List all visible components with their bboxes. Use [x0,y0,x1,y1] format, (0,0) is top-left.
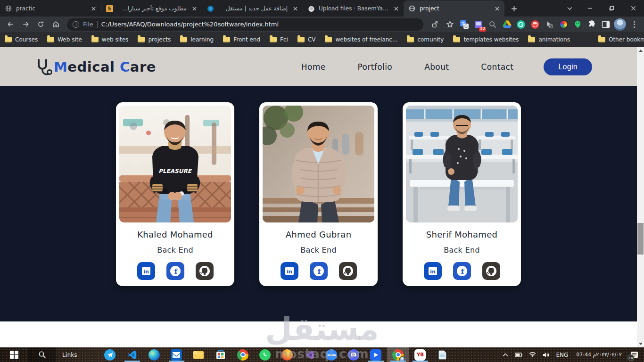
discord-icon[interactable] [343,347,365,362]
page-footer-strip [0,321,637,347]
chrome-icon[interactable] [232,347,254,362]
scrollbar-thumb[interactable] [637,223,644,255]
chevron-down-icon[interactable] [560,0,579,16]
bookmark-animations[interactable]: animations [528,36,570,43]
page-scrollbar[interactable] [637,47,644,347]
battery-icon[interactable] [512,347,526,362]
stethoscope-icon [35,58,52,76]
github-icon[interactable] [482,262,500,280]
back-icon[interactable] [4,18,17,31]
firefox-icon[interactable] [276,347,298,362]
maximize-button[interactable] [601,0,622,16]
address-bar[interactable]: i File C:/Users/AFAQ/Downloads/project%2… [67,18,423,31]
bookmark-web-site[interactable]: Web site [47,36,82,43]
side-panel-icon[interactable] [600,18,612,31]
linkedin-icon[interactable]: in [281,262,298,280]
close-icon[interactable] [291,5,299,12]
linkedin-icon[interactable]: in [137,262,155,280]
bookmark-courses[interactable]: Courses [5,36,38,43]
movies-tv-icon[interactable] [365,347,387,362]
tab-github-upload[interactable]: Upload files · BasemYahia402 [303,0,404,16]
bookmark-learning[interactable]: learning [180,36,214,43]
close-window-button[interactable] [622,0,644,16]
close-icon[interactable] [392,5,400,12]
close-icon[interactable] [493,5,501,12]
bookmark-cv[interactable]: CV [297,36,316,43]
menu-kebab-icon[interactable] [628,18,640,31]
scroll-down-arrow[interactable] [637,340,644,347]
nav-portfolio[interactable]: Portfolio [358,62,393,72]
bookmark-projects[interactable]: projects [138,36,171,43]
tab-car-rental[interactable]: 5 مطلوب موقع تأجير سيارات - اح [101,0,202,16]
other-bookmarks[interactable]: Other bookmarks [598,36,644,43]
zoom-icon[interactable]: zoom [321,347,343,362]
bookmark-web-sites[interactable]: web sites [91,36,129,43]
site-logo[interactable]: Medical Care [35,58,156,76]
ms-store-icon[interactable] [210,347,232,362]
visual-studio-icon[interactable] [298,347,321,362]
extension-with-badge-icon[interactable]: 12 [472,18,485,31]
notepad-icon[interactable] [431,347,454,362]
svg-text:in: in [287,269,292,275]
minimize-button[interactable] [579,0,601,16]
telegram-icon[interactable] [99,347,121,362]
nav-contact[interactable]: Contact [481,62,513,72]
bookmark-comunity[interactable]: comunity [407,36,444,43]
vscode-icon[interactable] [121,347,143,362]
tab-practic[interactable]: practic [0,0,101,16]
tab-mostaql[interactable]: إضافة عمل جديد | مستقل [202,0,303,16]
green-creature-icon[interactable] [571,18,584,31]
github-icon[interactable] [339,262,357,280]
info-icon[interactable]: i [73,21,79,28]
extensions-puzzle-icon[interactable] [586,18,598,31]
forward-icon[interactable] [19,18,32,31]
facebook-icon[interactable]: f [310,262,328,280]
wifi-icon[interactable] [526,347,539,362]
edge-icon[interactable] [143,347,165,362]
chrome-active-icon[interactable] [387,347,409,362]
notification-center-icon[interactable]: ١٥ [627,347,644,362]
yb-app-icon[interactable]: YB [409,347,431,362]
taskbar-search-icon[interactable] [28,347,56,362]
cursor-blocked-icon[interactable] [543,18,555,31]
new-tab-button[interactable] [507,2,520,15]
facebook-icon[interactable]: f [166,262,184,280]
close-icon[interactable] [190,5,198,12]
facebook-icon[interactable]: f [453,262,471,280]
bookmark-templates[interactable]: templates websites [453,36,519,43]
tray-chevron-up-icon[interactable] [499,347,512,362]
login-button[interactable]: Login [544,58,592,75]
bookmark-star-icon[interactable] [443,18,456,31]
google-drive-icon[interactable] [501,18,513,31]
home-icon[interactable] [49,18,62,31]
translate-extension-icon[interactable]: 文G [458,18,471,31]
nav-about[interactable]: About [424,62,449,72]
github-icon[interactable] [196,262,214,280]
mail-icon[interactable] [165,347,188,362]
grammarly-icon[interactable] [515,18,527,31]
scroll-up-arrow[interactable] [637,47,644,54]
language-indicator[interactable]: ENG [553,347,571,362]
adblock-hand-icon[interactable] [529,18,541,31]
bookmark-freelance[interactable]: websites of freelanc... [325,36,397,43]
profile-avatar[interactable] [614,18,626,31]
bookmark-front-end[interactable]: Front end [223,36,260,43]
links-toolbar-label[interactable]: Links [56,352,88,358]
share-icon[interactable] [428,18,441,31]
zoom-extension-icon[interactable] [487,18,499,31]
system-tray: ENG 07:44 م ٢٠٢٣/٠٢/٠٢ ١٥ [499,347,644,362]
close-icon[interactable] [90,5,97,12]
volume-icon[interactable] [539,347,553,362]
color-wheel-icon[interactable] [557,18,570,31]
member-role: Back End [157,246,193,255]
refresh-icon[interactable] [34,18,47,31]
file-explorer-icon[interactable] [188,347,210,362]
tab-project-active[interactable]: project [404,0,504,16]
taskbar-clock[interactable]: 07:44 م ٢٠٢٣/٠٢/٠٢ [571,347,627,362]
linkedin-icon[interactable]: in [424,262,442,280]
folder-icon [223,37,230,42]
whatsapp-icon[interactable] [254,347,276,362]
start-button[interactable] [0,347,28,362]
nav-home[interactable]: Home [301,62,326,72]
bookmark-fci[interactable]: Fci [270,36,288,43]
